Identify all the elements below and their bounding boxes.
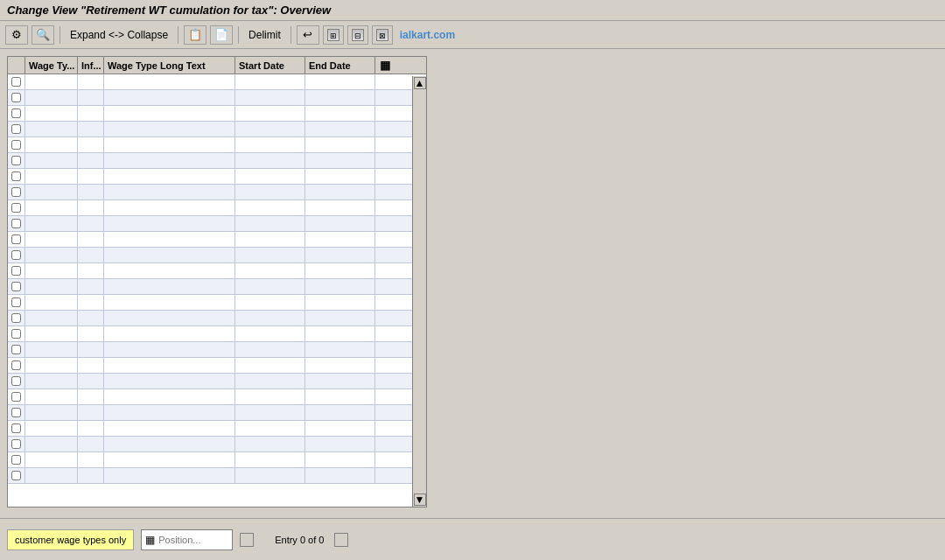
table-row[interactable]	[8, 326, 426, 342]
row-checkbox[interactable]	[11, 172, 21, 181]
table-cell	[305, 452, 375, 467]
scroll-down-btn[interactable]: ▼	[414, 494, 426, 506]
table-cell	[78, 106, 104, 121]
header-selector	[8, 57, 25, 74]
table-row[interactable]	[8, 216, 426, 232]
table-row[interactable]	[8, 452, 426, 468]
table-row[interactable]	[8, 405, 426, 421]
table-row[interactable]	[8, 122, 426, 137]
table-row[interactable]	[8, 106, 426, 122]
table-cell	[235, 311, 305, 326]
row-checkbox[interactable]	[11, 108, 21, 118]
row-checkbox[interactable]	[11, 471, 21, 480]
table-cell	[78, 232, 104, 247]
grid-icon-3: ⊠	[376, 29, 388, 41]
row-checkbox[interactable]	[11, 93, 21, 102]
table-row[interactable]	[8, 342, 426, 358]
settings-btn[interactable]: ⚙	[5, 25, 28, 45]
table-cell	[305, 358, 375, 373]
row-checkbox[interactable]	[11, 424, 21, 433]
table-cell	[25, 421, 78, 436]
scroll-up-btn[interactable]: ▲	[414, 77, 426, 89]
separator-4	[290, 26, 291, 44]
table-cell	[235, 452, 305, 467]
table-row[interactable]	[8, 468, 426, 484]
table-row[interactable]	[8, 90, 426, 106]
table-cell	[25, 389, 78, 404]
grid-btn1[interactable]: ⊞	[323, 25, 344, 45]
row-checkbox[interactable]	[11, 234, 21, 244]
row-checkbox[interactable]	[11, 392, 21, 402]
table-row[interactable]	[8, 389, 426, 405]
table-row[interactable]	[8, 200, 426, 216]
row-checkbox[interactable]	[11, 266, 21, 276]
table-row[interactable]	[8, 263, 426, 279]
table-cell	[25, 311, 78, 326]
table-settings-icon[interactable]: ▦	[380, 59, 390, 72]
row-checkbox[interactable]	[11, 187, 21, 197]
row-checkbox[interactable]	[11, 140, 21, 150]
table-cell	[25, 358, 78, 373]
table-row[interactable]	[8, 437, 426, 452]
table-cell	[78, 200, 104, 215]
row-checkbox[interactable]	[11, 156, 21, 165]
table-row[interactable]	[8, 248, 426, 263]
copy-btn[interactable]: 📋	[184, 25, 206, 45]
table-cell	[25, 90, 78, 105]
row-checkbox[interactable]	[11, 124, 21, 134]
row-checkbox[interactable]	[11, 219, 21, 228]
scrollbar[interactable]: ▲ ▼	[412, 76, 426, 507]
table-row[interactable]	[8, 137, 426, 153]
table-row[interactable]	[8, 169, 426, 185]
row-checkbox[interactable]	[11, 203, 21, 213]
table-cell	[305, 74, 375, 89]
row-checkbox[interactable]	[11, 250, 21, 260]
table-cell	[78, 263, 104, 278]
position-area[interactable]: ▦	[141, 529, 233, 550]
row-checkbox[interactable]	[11, 376, 21, 386]
col-header-wage-type: Wage Ty...	[25, 57, 78, 74]
table-cell	[78, 185, 104, 200]
col-header-icon[interactable]: ▦	[375, 57, 395, 74]
undo-btn[interactable]: ↩	[297, 25, 319, 45]
main-area: Wage Ty... Inf... Wage Type Long Text St…	[0, 49, 945, 514]
table-cell	[235, 106, 305, 121]
expand-collapse-btn[interactable]: Expand <-> Collapse	[66, 25, 172, 45]
table-row[interactable]	[8, 153, 426, 169]
row-checkbox[interactable]	[11, 313, 21, 323]
table-cell	[104, 295, 235, 310]
customer-wage-types-btn[interactable]: customer wage types only	[7, 529, 134, 550]
row-checkbox[interactable]	[11, 77, 21, 87]
row-checkbox[interactable]	[11, 345, 21, 354]
table-row[interactable]	[8, 295, 426, 311]
table-row[interactable]	[8, 374, 426, 389]
row-checkbox[interactable]	[11, 329, 21, 339]
delimit-btn[interactable]: Delimit	[244, 25, 285, 45]
search-btn[interactable]: 🔍	[32, 25, 54, 45]
grid-btn2[interactable]: ⊟	[347, 25, 368, 45]
table-row[interactable]	[8, 311, 426, 326]
table-row[interactable]	[8, 358, 426, 374]
paste-btn[interactable]: 📄	[210, 25, 233, 45]
table-cell	[104, 311, 235, 326]
table-cell	[235, 342, 305, 357]
table-cell	[235, 358, 305, 373]
table-cell	[104, 342, 235, 357]
table-cell	[104, 248, 235, 262]
row-checkbox[interactable]	[11, 298, 21, 307]
separator-3	[238, 26, 239, 44]
table-row[interactable]	[8, 279, 426, 295]
table-row[interactable]	[8, 185, 426, 200]
row-checkbox[interactable]	[11, 455, 21, 465]
position-input[interactable]	[158, 535, 228, 545]
table-row[interactable]	[8, 421, 426, 437]
grid-btn3[interactable]: ⊠	[372, 25, 393, 45]
row-checkbox[interactable]	[11, 360, 21, 370]
table-cell	[104, 263, 235, 278]
row-checkbox[interactable]	[11, 408, 21, 417]
table-row[interactable]	[8, 74, 426, 90]
separator-1	[60, 26, 60, 44]
table-row[interactable]	[8, 232, 426, 248]
row-checkbox[interactable]	[11, 439, 21, 449]
row-checkbox[interactable]	[11, 282, 21, 291]
